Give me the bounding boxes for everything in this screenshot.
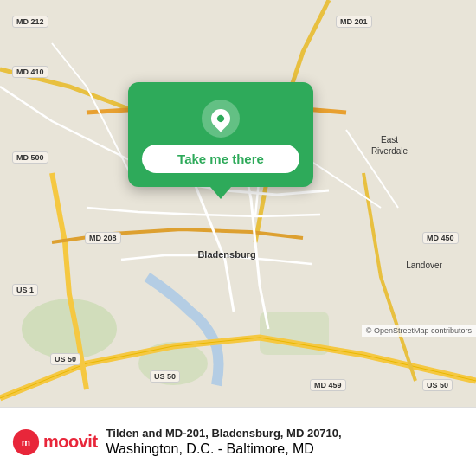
location-pin-icon <box>202 100 240 138</box>
road-label-md201: MD 201 <box>336 16 372 28</box>
road-label-md212: MD 212 <box>12 16 48 28</box>
location-name: Tilden and MD-201, Bladensburg, MD 20710… <box>106 427 464 441</box>
take-me-there-button[interactable]: Take me there <box>142 145 299 173</box>
svg-point-1 <box>22 299 117 359</box>
svg-text:Bladensburg: Bladensburg <box>197 249 255 260</box>
moovit-logo: m moovit <box>12 428 98 456</box>
moovit-text: moovit <box>43 432 98 452</box>
road-label-md500-left: MD 500 <box>12 151 48 164</box>
road-label-md208: MD 208 <box>85 232 121 244</box>
svg-text:Landover: Landover <box>406 261 442 270</box>
road-label-us50-mid: US 50 <box>150 370 180 383</box>
location-info: Tilden and MD-201, Bladensburg, MD 20710… <box>106 427 464 457</box>
road-label-us1: US 1 <box>12 284 38 296</box>
road-label-us50-left: US 50 <box>50 353 80 365</box>
map-container[interactable]: Bladensburg East Riverdale Landover MD 2… <box>0 0 476 407</box>
bottom-bar: m moovit Tilden and MD-201, Bladensburg,… <box>0 407 476 476</box>
svg-text:m: m <box>22 437 30 447</box>
road-label-md410: MD 410 <box>12 66 48 78</box>
svg-text:Riverdale: Riverdale <box>371 146 408 156</box>
svg-text:East: East <box>381 135 398 145</box>
location-subname: Washington, D.C. - Baltimore, MD <box>106 441 464 457</box>
road-label-md450: MD 450 <box>422 232 459 244</box>
osm-attribution: © OpenStreetMap contributors <box>362 325 476 337</box>
road-label-us50-right: US 50 <box>422 379 453 391</box>
moovit-logo-svg: m <box>12 428 40 456</box>
road-label-md459: MD 459 <box>310 379 346 391</box>
map-popup: Take me there <box>128 82 313 187</box>
